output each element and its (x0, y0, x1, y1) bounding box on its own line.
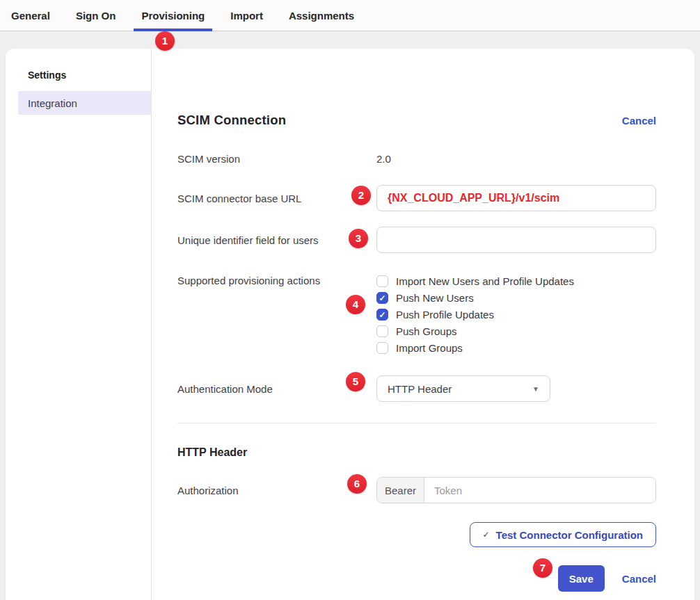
checkbox-push-new-users[interactable]: Push New Users (376, 289, 656, 306)
unique-id-input[interactable] (376, 227, 656, 253)
checkbox-import-groups[interactable]: Import Groups (376, 339, 656, 356)
sidebar-heading: Settings (28, 70, 151, 81)
checkbox-icon[interactable] (376, 325, 388, 337)
checkbox-checked-icon[interactable] (376, 292, 388, 304)
tab-provisioning[interactable]: Provisioning (141, 0, 205, 31)
authorization-input-group: Bearer (376, 477, 656, 503)
settings-sidebar: Settings Integration (6, 49, 152, 600)
scim-version-value: 2.0 (376, 153, 656, 165)
annotation-badge-4: 4 (346, 295, 365, 314)
checkbox-import-new-users[interactable]: Import New Users and Profile Updates (376, 273, 656, 289)
checkbox-push-groups[interactable]: Push Groups (376, 323, 656, 339)
checkbox-icon[interactable] (376, 342, 388, 354)
cancel-link-top[interactable]: Cancel (622, 115, 656, 127)
page-title: SCIM Connection (177, 113, 286, 128)
sidebar-item-integration[interactable]: Integration (18, 91, 152, 115)
annotation-badge-6: 6 (347, 474, 367, 494)
tab-sign-on[interactable]: Sign On (76, 0, 116, 31)
auth-mode-select[interactable]: HTTP Header ▼ (376, 375, 550, 402)
section-divider (177, 423, 656, 423)
checkbox-icon[interactable] (376, 275, 388, 287)
http-header-section-title: HTTP Header (177, 446, 656, 459)
annotation-badge-1: 1 (155, 31, 175, 51)
scim-version-label: SCIM version (177, 153, 376, 165)
scim-connection-form: SCIM Connection Cancel SCIM version 2.0 … (177, 49, 656, 592)
test-connector-button[interactable]: ✓ Test Connector Configuration (470, 522, 656, 547)
sidebar-item-label: Integration (28, 97, 77, 109)
unique-id-label: Unique identifier field for users (177, 227, 376, 246)
check-icon: ✓ (483, 530, 490, 540)
provisioning-actions-label: Supported provisioning actions (177, 273, 376, 286)
tab-import[interactable]: Import (230, 0, 263, 31)
annotation-badge-2: 2 (351, 186, 371, 205)
base-url-label: SCIM connector base URL (177, 185, 376, 204)
annotation-badge-3: 3 (349, 229, 368, 248)
auth-mode-selected-value: HTTP Header (388, 383, 452, 395)
save-button[interactable]: Save (558, 565, 605, 592)
checkbox-push-profile-updates[interactable]: Push Profile Updates (376, 306, 656, 323)
authorization-label: Authorization (177, 477, 376, 496)
tab-general[interactable]: General (11, 0, 50, 31)
cancel-link-bottom[interactable]: Cancel (622, 573, 656, 585)
provisioning-card: Settings Integration SCIM Connection Can… (6, 49, 694, 600)
checkbox-checked-icon[interactable] (376, 309, 388, 321)
bearer-prefix: Bearer (377, 478, 424, 503)
app-tab-bar: General Sign On Provisioning Import Assi… (0, 0, 700, 31)
base-url-input[interactable] (376, 185, 656, 211)
annotation-badge-7: 7 (533, 558, 552, 578)
token-input[interactable] (424, 478, 655, 503)
chevron-down-icon: ▼ (532, 385, 539, 393)
tab-assignments[interactable]: Assignments (289, 0, 354, 31)
annotation-badge-5: 5 (346, 372, 365, 391)
